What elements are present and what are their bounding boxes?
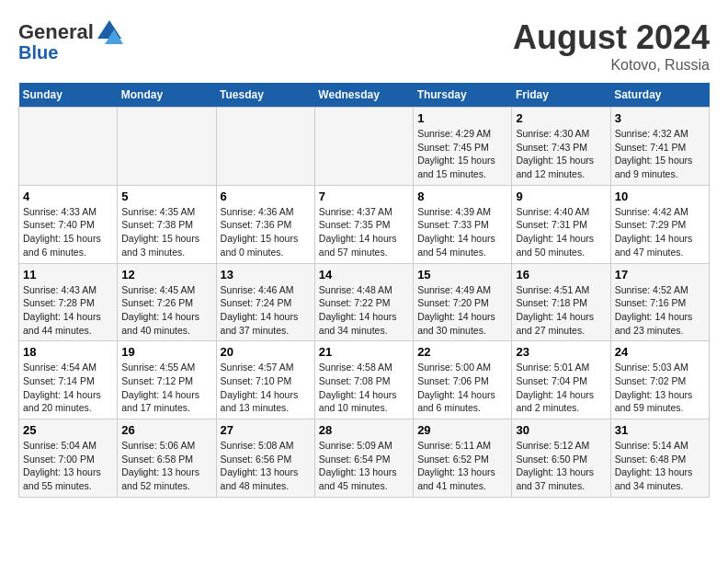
calendar-day-cell: 9Sunrise: 4:40 AMSunset: 7:31 PMDaylight… xyxy=(512,185,610,263)
calendar-day-cell: 19Sunrise: 4:55 AMSunset: 7:12 PMDayligh… xyxy=(118,341,216,419)
calendar-table: SundayMondayTuesdayWednesdayThursdayFrid… xyxy=(18,83,710,498)
day-info: Sunrise: 4:45 AMSunset: 7:26 PMDaylight:… xyxy=(121,283,211,338)
day-number: 3 xyxy=(615,111,705,125)
calendar-day-cell: 10Sunrise: 4:42 AMSunset: 7:29 PMDayligh… xyxy=(610,185,709,263)
calendar-day-cell: 12Sunrise: 4:45 AMSunset: 7:26 PMDayligh… xyxy=(118,263,216,341)
day-info: Sunrise: 5:06 AMSunset: 6:58 PMDaylight:… xyxy=(121,439,211,493)
day-number: 9 xyxy=(516,190,606,203)
day-info: Sunrise: 5:09 AMSunset: 6:54 PMDaylight:… xyxy=(319,439,409,493)
calendar-day-cell: 30Sunrise: 5:12 AMSunset: 6:50 PMDayligh… xyxy=(512,419,610,498)
day-info: Sunrise: 5:11 AMSunset: 6:52 PMDaylight:… xyxy=(417,439,507,493)
day-number: 17 xyxy=(615,268,705,282)
day-info: Sunrise: 4:33 AMSunset: 7:40 PMDaylight:… xyxy=(23,205,113,259)
day-info: Sunrise: 5:08 AMSunset: 6:56 PMDaylight:… xyxy=(221,439,311,493)
day-number: 14 xyxy=(319,268,409,282)
calendar-week-row: 1Sunrise: 4:29 AMSunset: 7:45 PMDaylight… xyxy=(19,108,710,186)
calendar-title: August 2024 xyxy=(513,18,710,57)
weekday-header: Monday xyxy=(118,83,216,108)
day-info: Sunrise: 4:46 AMSunset: 7:24 PMDaylight:… xyxy=(221,283,311,338)
day-info: Sunrise: 4:36 AMSunset: 7:36 PMDaylight:… xyxy=(221,205,311,259)
day-info: Sunrise: 5:14 AMSunset: 6:48 PMDaylight:… xyxy=(615,439,705,493)
day-number: 13 xyxy=(221,268,311,282)
calendar-day-cell: 2Sunrise: 4:30 AMSunset: 7:43 PMDaylight… xyxy=(512,108,610,186)
day-number: 1 xyxy=(417,111,507,125)
day-info: Sunrise: 4:42 AMSunset: 7:29 PMDaylight:… xyxy=(615,205,705,259)
calendar-day-cell: 11Sunrise: 4:43 AMSunset: 7:28 PMDayligh… xyxy=(19,263,118,341)
day-info: Sunrise: 4:30 AMSunset: 7:43 PMDaylight:… xyxy=(516,127,606,181)
calendar-day-cell: 18Sunrise: 4:54 AMSunset: 7:14 PMDayligh… xyxy=(19,341,118,419)
calendar-day-cell: 1Sunrise: 4:29 AMSunset: 7:45 PMDaylight… xyxy=(414,108,512,186)
calendar-week-row: 11Sunrise: 4:43 AMSunset: 7:28 PMDayligh… xyxy=(19,263,710,341)
day-number: 23 xyxy=(516,345,606,359)
day-info: Sunrise: 4:49 AMSunset: 7:20 PMDaylight:… xyxy=(417,283,507,338)
weekday-header: Thursday xyxy=(414,83,512,108)
day-number: 19 xyxy=(121,345,211,359)
calendar-day-cell: 22Sunrise: 5:00 AMSunset: 7:06 PMDayligh… xyxy=(414,341,512,419)
calendar-day-cell xyxy=(216,108,314,186)
calendar-day-cell: 5Sunrise: 4:35 AMSunset: 7:38 PMDaylight… xyxy=(118,185,216,263)
logo-general-text: General xyxy=(18,20,94,44)
day-info: Sunrise: 5:00 AMSunset: 7:06 PMDaylight:… xyxy=(417,361,507,415)
calendar-day-cell: 13Sunrise: 4:46 AMSunset: 7:24 PMDayligh… xyxy=(216,263,314,341)
day-info: Sunrise: 4:57 AMSunset: 7:10 PMDaylight:… xyxy=(221,361,311,415)
day-number: 15 xyxy=(417,268,507,282)
day-number: 12 xyxy=(121,268,211,282)
calendar-day-cell: 6Sunrise: 4:36 AMSunset: 7:36 PMDaylight… xyxy=(216,185,314,263)
day-number: 26 xyxy=(121,423,211,437)
day-number: 6 xyxy=(221,190,311,203)
day-info: Sunrise: 4:39 AMSunset: 7:33 PMDaylight:… xyxy=(417,205,507,259)
calendar-day-cell: 4Sunrise: 4:33 AMSunset: 7:40 PMDaylight… xyxy=(19,185,118,263)
day-number: 30 xyxy=(516,423,606,437)
day-info: Sunrise: 4:52 AMSunset: 7:16 PMDaylight:… xyxy=(615,283,705,338)
calendar-day-cell: 17Sunrise: 4:52 AMSunset: 7:16 PMDayligh… xyxy=(610,263,709,341)
day-info: Sunrise: 5:03 AMSunset: 7:02 PMDaylight:… xyxy=(615,361,705,415)
day-number: 21 xyxy=(319,345,409,359)
day-info: Sunrise: 4:40 AMSunset: 7:31 PMDaylight:… xyxy=(516,205,606,259)
day-number: 8 xyxy=(417,190,507,203)
title-block: August 2024 Kotovo, Russia xyxy=(513,18,710,74)
calendar-day-cell: 7Sunrise: 4:37 AMSunset: 7:35 PMDaylight… xyxy=(314,185,413,263)
calendar-day-cell: 27Sunrise: 5:08 AMSunset: 6:56 PMDayligh… xyxy=(216,419,314,498)
weekday-header: Friday xyxy=(512,83,610,108)
calendar-day-cell: 16Sunrise: 4:51 AMSunset: 7:18 PMDayligh… xyxy=(512,263,610,341)
calendar-day-cell: 3Sunrise: 4:32 AMSunset: 7:41 PMDaylight… xyxy=(610,108,709,186)
calendar-day-cell: 25Sunrise: 5:04 AMSunset: 7:00 PMDayligh… xyxy=(19,419,118,498)
calendar-subtitle: Kotovo, Russia xyxy=(513,57,710,74)
page-header: General Blue August 2024 Kotovo, Russia xyxy=(18,18,710,74)
calendar-day-cell: 23Sunrise: 5:01 AMSunset: 7:04 PMDayligh… xyxy=(512,341,610,419)
calendar-day-cell: 14Sunrise: 4:48 AMSunset: 7:22 PMDayligh… xyxy=(314,263,413,341)
calendar-day-cell: 28Sunrise: 5:09 AMSunset: 6:54 PMDayligh… xyxy=(314,419,413,498)
day-info: Sunrise: 4:48 AMSunset: 7:22 PMDaylight:… xyxy=(319,283,409,338)
day-info: Sunrise: 4:54 AMSunset: 7:14 PMDaylight:… xyxy=(23,361,113,415)
day-number: 10 xyxy=(615,190,705,203)
weekday-header: Saturday xyxy=(610,83,709,108)
day-info: Sunrise: 4:35 AMSunset: 7:38 PMDaylight:… xyxy=(121,205,211,259)
day-info: Sunrise: 4:55 AMSunset: 7:12 PMDaylight:… xyxy=(121,361,211,415)
day-info: Sunrise: 5:12 AMSunset: 6:50 PMDaylight:… xyxy=(516,439,606,493)
day-info: Sunrise: 4:51 AMSunset: 7:18 PMDaylight:… xyxy=(516,283,606,338)
day-number: 31 xyxy=(615,423,705,437)
calendar-day-cell: 29Sunrise: 5:11 AMSunset: 6:52 PMDayligh… xyxy=(414,419,512,498)
calendar-day-cell: 24Sunrise: 5:03 AMSunset: 7:02 PMDayligh… xyxy=(610,341,709,419)
day-info: Sunrise: 4:29 AMSunset: 7:45 PMDaylight:… xyxy=(417,127,507,181)
weekday-header: Wednesday xyxy=(314,83,413,108)
day-number: 11 xyxy=(23,268,113,282)
day-number: 4 xyxy=(23,190,113,203)
calendar-week-row: 4Sunrise: 4:33 AMSunset: 7:40 PMDaylight… xyxy=(19,185,710,263)
day-info: Sunrise: 4:32 AMSunset: 7:41 PMDaylight:… xyxy=(615,127,705,181)
weekday-header: Tuesday xyxy=(216,83,314,108)
day-info: Sunrise: 4:43 AMSunset: 7:28 PMDaylight:… xyxy=(23,283,113,338)
calendar-week-row: 25Sunrise: 5:04 AMSunset: 7:00 PMDayligh… xyxy=(19,419,710,498)
logo: General Blue xyxy=(18,18,123,63)
calendar-day-cell xyxy=(19,108,118,186)
day-info: Sunrise: 4:58 AMSunset: 7:08 PMDaylight:… xyxy=(319,361,409,415)
calendar-day-cell: 8Sunrise: 4:39 AMSunset: 7:33 PMDaylight… xyxy=(414,185,512,263)
day-number: 27 xyxy=(221,423,311,437)
day-number: 5 xyxy=(121,190,211,203)
day-number: 28 xyxy=(319,423,409,437)
day-number: 24 xyxy=(615,345,705,359)
day-number: 2 xyxy=(516,111,606,125)
calendar-week-row: 18Sunrise: 4:54 AMSunset: 7:14 PMDayligh… xyxy=(19,341,710,419)
day-info: Sunrise: 4:37 AMSunset: 7:35 PMDaylight:… xyxy=(319,205,409,259)
calendar-day-cell: 15Sunrise: 4:49 AMSunset: 7:20 PMDayligh… xyxy=(414,263,512,341)
